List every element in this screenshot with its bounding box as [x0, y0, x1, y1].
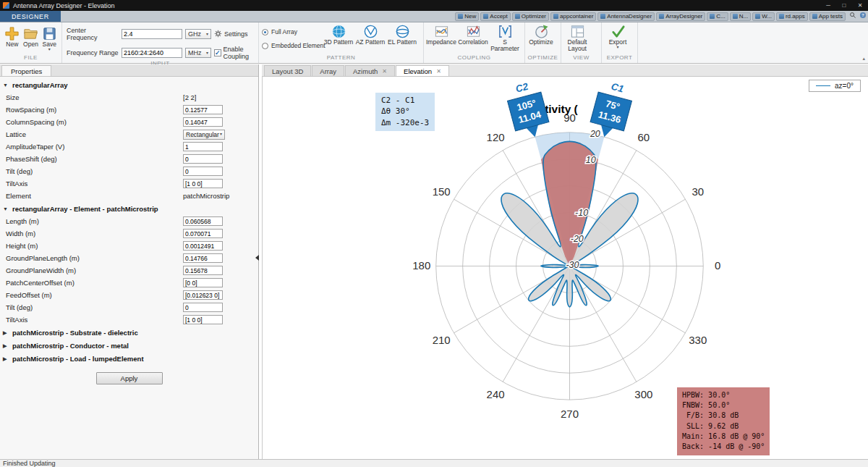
tab-properties[interactable]: Properties: [1, 65, 51, 76]
minimize-button[interactable]: ─: [820, 0, 836, 11]
quick-item-antennadesigner[interactable]: AntennaDesigner: [597, 12, 655, 21]
quick-item-accept[interactable]: Accept: [480, 12, 510, 21]
property-section-title: rectangularArray - Element - patchMicros…: [12, 205, 158, 213]
quick-item-label: AntennaDesigner: [607, 13, 652, 20]
quick-item-new[interactable]: New: [455, 12, 479, 21]
new-button[interactable]: New: [3, 25, 22, 48]
radio-dot-icon: [262, 29, 268, 35]
optimize-button[interactable]: Optimize: [525, 22, 557, 46]
help-icon[interactable]: ?: [858, 11, 868, 20]
property-section-header[interactable]: ▼rectangularArray - Element - patchMicro…: [0, 202, 258, 215]
apply-button[interactable]: Apply: [96, 372, 163, 384]
svg-text:-30: -30: [566, 261, 579, 271]
property-label: TiltAxis: [6, 316, 183, 324]
property-input-feedoffset-m-[interactable]: [183, 290, 223, 300]
open-button[interactable]: Open: [22, 25, 41, 48]
maximize-button[interactable]: □: [836, 0, 852, 11]
splitter-handle[interactable]: [255, 255, 259, 261]
s-parameter-button[interactable]: S Parameter: [489, 22, 521, 53]
center-frequency-unit: GHz: [188, 30, 201, 38]
quick-item-n-[interactable]: N...: [730, 12, 751, 21]
enable-coupling-checkbox[interactable]: ✓: [214, 49, 221, 56]
embedded-element-radio[interactable]: Embedded Element: [262, 42, 318, 49]
button-label: Impedance: [426, 39, 456, 46]
app-window-icon: [733, 14, 738, 19]
quick-item-optimizer[interactable]: Optimizer: [512, 12, 549, 21]
property-section-header[interactable]: ▶patchMicrostrip - Substrate - dielectri…: [0, 326, 258, 339]
property-input-length-m-[interactable]: [183, 216, 223, 226]
quick-item-label: New: [464, 13, 476, 20]
expand-arrow-icon[interactable]: ▶: [3, 356, 9, 362]
save-button[interactable]: Save▾: [40, 25, 59, 51]
expand-arrow-icon[interactable]: ▶: [3, 330, 9, 336]
property-select-lattice[interactable]: Rectangular▾: [183, 130, 225, 140]
property-input-columnspacing-m-[interactable]: [183, 117, 223, 127]
quick-item-c-[interactable]: C...: [707, 12, 728, 21]
section-label-coupling: COUPLING: [424, 54, 524, 63]
quick-item-label: N...: [739, 13, 748, 20]
doc-tab-layout-3d[interactable]: Layout 3D: [264, 65, 311, 76]
property-input-tiltaxis[interactable]: [183, 179, 223, 188]
export-icon: [610, 24, 626, 39]
default-layout-button[interactable]: Default Layout: [561, 22, 593, 53]
property-input-tilt-deg-[interactable]: [183, 303, 223, 312]
settings-button[interactable]: Settings: [214, 30, 255, 39]
export-button[interactable]: Export▾: [602, 22, 634, 49]
quick-item-appcontainer[interactable]: appcontainer: [550, 12, 596, 21]
collapse-arrow-icon[interactable]: ▼: [3, 83, 9, 88]
svg-text:210: 210: [433, 334, 451, 346]
legend[interactable]: az=0°: [809, 80, 861, 92]
property-input-groundplanelength-m-[interactable]: [183, 253, 223, 263]
property-input-groundplanewidth-m-[interactable]: [183, 266, 223, 275]
quick-item-label: ArrayDesigner: [665, 13, 702, 20]
radio-label: Embedded Element: [271, 42, 326, 49]
elevation-polar-plot: 03060901201501802102402703003302010-10-2…: [263, 77, 868, 459]
doc-tab-azimuth[interactable]: Azimuth✕: [345, 65, 395, 76]
property-input-tilt-deg-[interactable]: [183, 167, 223, 176]
center-frequency-input[interactable]: [122, 29, 182, 39]
frequency-range-unit-select[interactable]: MHz▾: [185, 48, 211, 58]
tab-designer[interactable]: DESIGNER: [0, 11, 61, 22]
center-frequency-unit-select[interactable]: GHz▾: [185, 29, 211, 39]
frequency-range-input[interactable]: [122, 48, 182, 58]
expand-arrow-icon[interactable]: ▶: [3, 343, 9, 349]
cursor-delta-readout[interactable]: C2 - C1 Δθ 30° Δm -320e-3: [375, 93, 435, 131]
quick-item-arraydesigner[interactable]: ArrayDesigner: [656, 12, 705, 21]
search-icon[interactable]: [848, 11, 858, 20]
property-section-header[interactable]: ▶patchMicrostrip - Load - lumpedElement: [0, 352, 258, 365]
property-input-tiltaxis[interactable]: [183, 315, 223, 324]
full-array-radio[interactable]: Full Array: [262, 28, 318, 35]
property-input-height-m-[interactable]: [183, 241, 223, 251]
doc-tab-label: Azimuth: [353, 67, 378, 75]
property-input-amplitudetaper-v-[interactable]: [183, 142, 223, 151]
collapse-toolstrip-icon[interactable]: ▴: [862, 56, 865, 62]
property-input-patchcenteroffset-m-[interactable]: [183, 278, 223, 287]
quick-item-label: rd.apps: [786, 13, 805, 20]
app-window-icon: [710, 14, 715, 19]
quick-item-rd-apps[interactable]: rd.apps: [776, 12, 808, 21]
property-section-header[interactable]: ▶patchMicrostrip - Conductor - metal: [0, 339, 258, 352]
property-label: TiltAxis: [6, 180, 183, 188]
quick-item-app-tests[interactable]: App tests: [809, 12, 846, 21]
property-label: Tilt (deg): [6, 167, 183, 175]
svg-text:30: 30: [692, 185, 704, 198]
impedance-button[interactable]: Impedance: [425, 22, 457, 46]
beam-stats-annotation[interactable]: HPBW: 30.0° FNBW: 50.0° F/B: 30.8 dB SLL…: [677, 387, 770, 455]
3d-pattern-button[interactable]: 3D Pattern: [323, 22, 354, 46]
close-button[interactable]: ✕: [852, 0, 868, 11]
close-tab-icon[interactable]: ✕: [436, 68, 441, 75]
property-section-header[interactable]: ▼rectangularArray: [0, 78, 258, 91]
svg-text:C1: C1: [610, 81, 625, 95]
quick-item-w-[interactable]: W...: [752, 12, 775, 21]
property-value: [2 2]: [183, 93, 197, 101]
property-input-phaseshift-deg-[interactable]: [183, 154, 223, 164]
property-input-rowspacing-m-[interactable]: [183, 105, 223, 114]
collapse-arrow-icon[interactable]: ▼: [3, 206, 9, 211]
doc-tab-array[interactable]: Array: [312, 65, 344, 76]
el-pattern-button[interactable]: EL Pattern: [386, 22, 418, 46]
close-tab-icon[interactable]: ✕: [382, 68, 387, 75]
property-input-width-m-[interactable]: [183, 229, 223, 238]
doc-tab-elevation[interactable]: Elevation✕: [396, 65, 449, 76]
az-pattern-button[interactable]: AZ Pattern: [354, 22, 386, 46]
correlation-button[interactable]: Correlation: [457, 22, 489, 46]
